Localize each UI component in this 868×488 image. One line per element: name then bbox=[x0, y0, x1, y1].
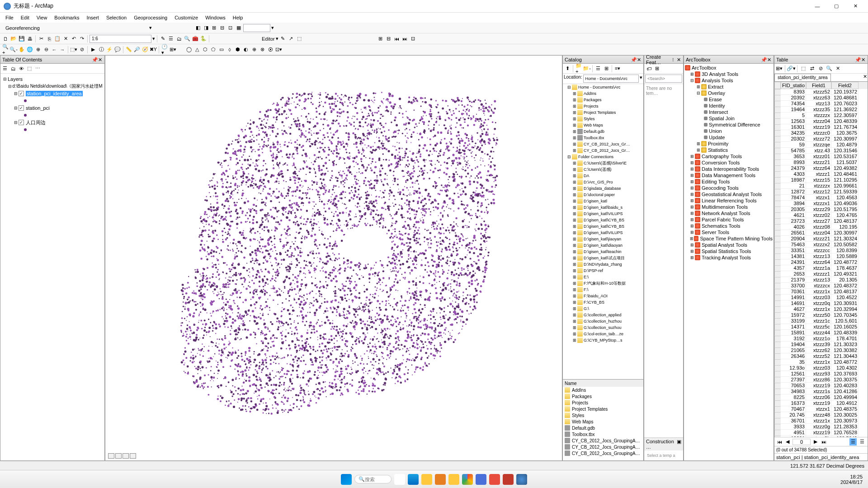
detail-item[interactable]: Project Templates bbox=[563, 406, 643, 412]
tool-item[interactable]: Identity bbox=[709, 103, 725, 108]
detail-item[interactable]: Web Maps bbox=[563, 418, 643, 425]
table-row[interactable]: 4621xtzzz02120.4765 bbox=[774, 212, 868, 218]
toolset[interactable]: Overlay bbox=[708, 90, 725, 96]
undo-icon[interactable]: ↶ bbox=[70, 35, 77, 42]
cut-icon[interactable]: ✂ bbox=[38, 35, 45, 42]
table-row[interactable]: 54785xtzz.43120.31546 bbox=[774, 148, 868, 154]
scale-dropdown[interactable] bbox=[90, 35, 151, 43]
expand-icon[interactable]: ⊞ bbox=[689, 154, 695, 159]
draw-icon[interactable]: ⊡▾ bbox=[275, 46, 282, 53]
expand-icon[interactable]: ⊞ bbox=[689, 249, 695, 253]
catalog-item[interactable]: ⊞D:\Arc_GIS_Pro bbox=[563, 179, 643, 185]
layout-view-tab[interactable] bbox=[115, 453, 122, 459]
catalog-item[interactable]: ⊞E:\ bbox=[563, 274, 643, 280]
toolbox-group[interactable]: Geocoding Tools bbox=[702, 185, 739, 191]
menu-file[interactable]: File bbox=[2, 14, 17, 21]
detail-item[interactable]: CY_CB_2012_Jocs_GroupingA… bbox=[563, 450, 643, 456]
table-row[interactable]: 4303xtzzz1120.48461 bbox=[774, 171, 868, 177]
catalog-item[interactable]: ⊞D:\gisen_katl bbox=[563, 198, 643, 204]
organize-icon[interactable]: ⊞ bbox=[653, 65, 660, 72]
start-button[interactable] bbox=[341, 474, 352, 485]
draw-icon[interactable]: ▭ bbox=[218, 46, 225, 53]
table-row[interactable]: 21xtzzzzx120.99661 bbox=[774, 183, 868, 189]
table-row[interactable]: 26561xtzzz04120.30997 bbox=[774, 230, 868, 236]
back-icon[interactable]: ← bbox=[51, 46, 58, 53]
catalog-item[interactable]: ⊞CY_CB_2012_Jocs_Gr… bbox=[563, 147, 643, 154]
expand-icon[interactable]: ⊞ bbox=[689, 167, 695, 171]
taskbar-search[interactable] bbox=[365, 477, 387, 482]
toolbox-group[interactable]: Multidimension Tools bbox=[702, 204, 748, 210]
table-row[interactable]: 4357xtzzz1a178.4637 bbox=[774, 265, 868, 271]
prev-record-icon[interactable]: ◀ bbox=[784, 439, 791, 445]
zoom-out-icon[interactable]: 🔍- bbox=[10, 46, 17, 53]
menu-selection[interactable]: Selection bbox=[103, 14, 130, 21]
edit-tool-icon[interactable]: ⏭ bbox=[401, 35, 409, 42]
detail-item[interactable]: Toolbox.tbx bbox=[563, 431, 643, 437]
catalog-item[interactable]: ⊞D:\gisen_katl\teachin bbox=[563, 249, 643, 255]
select-elements-icon[interactable]: ▶ bbox=[90, 46, 97, 53]
pin-icon[interactable]: 📌 bbox=[761, 57, 766, 62]
detail-item[interactable]: Default.gdb bbox=[563, 425, 643, 431]
table-row[interactable]: 24379xtzzz64120.49382 bbox=[774, 165, 868, 171]
catalog-item[interactable]: ⊞D:\gisen_katl\CYB_BS bbox=[563, 217, 643, 223]
measure-icon[interactable]: 📏 bbox=[125, 46, 132, 53]
chrome-icon[interactable] bbox=[462, 474, 473, 485]
first-record-icon[interactable]: ⏮ bbox=[776, 439, 783, 445]
table-options-icon[interactable]: ⊞▾ bbox=[775, 65, 783, 72]
expand-icon[interactable]: ⊞ bbox=[689, 173, 695, 178]
toolset[interactable]: Statistics bbox=[708, 147, 728, 153]
table-row[interactable]: 27397xtzzz86120.30375 bbox=[774, 377, 868, 383]
catalog-item[interactable]: ⊞CY_CB_2012_Jocs_Gr… bbox=[563, 141, 643, 147]
catalog-item[interactable]: ⊞G:\ bbox=[563, 305, 643, 312]
table-row[interactable]: 8393xtzzz52120.19372 bbox=[774, 89, 868, 95]
expand-icon[interactable]: ⊞ bbox=[689, 211, 695, 216]
html-popup-icon[interactable]: 💬 bbox=[114, 46, 121, 53]
up-icon[interactable]: ⬆ bbox=[564, 65, 571, 72]
catalog-item[interactable]: ⊞D:\doctoral paper bbox=[563, 192, 643, 198]
table-row[interactable]: 3192xtzzz1o178.4701 bbox=[774, 336, 868, 342]
edit-tool-icon[interactable]: ⊟ bbox=[385, 35, 392, 42]
expand-icon[interactable]: ⊞ bbox=[689, 236, 694, 241]
clear-selection-icon[interactable]: ⊘ bbox=[78, 46, 85, 53]
toolbox-group[interactable]: Schematics Tools bbox=[702, 223, 740, 229]
options-icon[interactable]: ≡▾ bbox=[614, 65, 621, 72]
save-icon[interactable]: 💾 bbox=[18, 35, 25, 42]
georef-input[interactable] bbox=[243, 24, 270, 32]
pin-icon[interactable]: ⁝ bbox=[670, 57, 676, 62]
edit-tool-icon[interactable]: ✎ bbox=[279, 35, 287, 42]
table-row[interactable]: 4627xtzzz1x120.32994 bbox=[774, 306, 868, 312]
table-row[interactable]: 70653xtzzz19120.40283 bbox=[774, 383, 868, 389]
select-by-attr-icon[interactable]: ⬚ bbox=[800, 65, 807, 72]
catalog-item[interactable]: ⊞D:\gisen_katl\jiaoyan bbox=[563, 236, 643, 242]
toolbox-group[interactable]: Parcel Fabric Tools bbox=[702, 217, 744, 222]
maximize-button[interactable]: ▢ bbox=[827, 1, 845, 11]
tool-item[interactable]: Erase bbox=[709, 97, 722, 102]
menu-edit[interactable]: Edit bbox=[17, 14, 33, 21]
collapse-icon[interactable]: ⊟ bbox=[13, 120, 19, 125]
table-row[interactable]: 33700xtzzzcx120.48372 bbox=[774, 283, 868, 289]
clock-time[interactable]: 18:25 bbox=[840, 474, 863, 479]
list-by-drawing-icon[interactable]: ☰ bbox=[1, 65, 9, 72]
table-row[interactable]: 15972xtzzz50120.70345 bbox=[774, 312, 868, 318]
edit-tool-icon[interactable]: ⊡ bbox=[410, 35, 417, 42]
toolbox-group[interactable]: 3D Analyst Tools bbox=[702, 71, 738, 77]
georef-tool-icon[interactable]: ▦ bbox=[235, 24, 242, 32]
menu-insert[interactable]: Insert bbox=[83, 14, 103, 21]
table-row[interactable]: 33351xtzzzcc120.8399 bbox=[774, 248, 868, 253]
last-record-icon[interactable]: ⏭ bbox=[821, 439, 827, 445]
table-grid[interactable]: FID_statio Field1 Field2 8393xtzzz52120.… bbox=[774, 82, 868, 437]
layer-group[interactable]: d:\Baidu Netdisk\download\《国家污水处理MBR 研究 bbox=[12, 83, 103, 89]
draw-icon[interactable]: ◊ bbox=[226, 46, 233, 53]
detail-item[interactable]: AddIns bbox=[563, 387, 643, 393]
catalog-tree[interactable]: ⊟Home - Documents\Arc⊞AddIns⊞Packages⊞Pr… bbox=[563, 84, 643, 379]
table-row[interactable]: 36701xtzzz1x120.30973 bbox=[774, 418, 868, 424]
table-row[interactable]: 12.93oxtzzz03120.4302 bbox=[774, 365, 868, 371]
taskbar-app-icon[interactable] bbox=[435, 474, 446, 485]
catalog-item[interactable]: ⊞F:\baidu_AOI bbox=[563, 293, 643, 299]
catalog-item[interactable]: ⊞Styles bbox=[563, 116, 643, 122]
toolbox-root[interactable]: ArcToolbox bbox=[692, 65, 716, 70]
table-row[interactable]: 33199xtzzz1c120.5,601 bbox=[774, 318, 868, 324]
menu-bookmarks[interactable]: Bookmarks bbox=[51, 14, 83, 21]
table-row[interactable]: 14371xtzzz5c120.16025 bbox=[774, 324, 868, 330]
toolbox-group[interactable]: Editing Tools bbox=[702, 179, 730, 184]
